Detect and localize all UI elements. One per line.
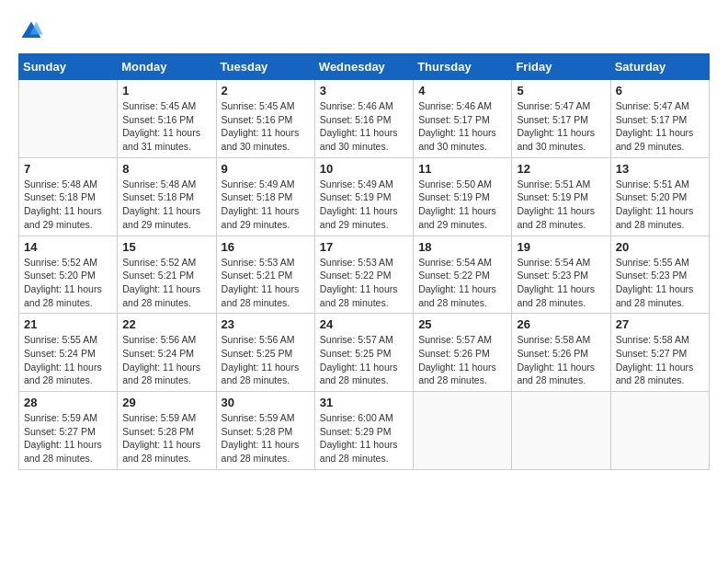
day-detail: Sunrise: 5:54 AMSunset: 5:22 PMDaylight:… <box>418 256 506 310</box>
day-number: 11 <box>418 162 506 176</box>
calendar-cell: 17Sunrise: 5:53 AMSunset: 5:22 PMDayligh… <box>314 236 413 314</box>
calendar-cell: 26Sunrise: 5:58 AMSunset: 5:26 PMDayligh… <box>512 314 610 392</box>
day-number: 18 <box>418 240 506 254</box>
day-number: 20 <box>616 240 704 254</box>
calendar-cell: 22Sunrise: 5:56 AMSunset: 5:24 PMDayligh… <box>118 314 216 392</box>
calendar-cell: 15Sunrise: 5:52 AMSunset: 5:21 PMDayligh… <box>118 236 216 314</box>
day-number: 24 <box>320 317 408 331</box>
calendar-cell: 13Sunrise: 5:51 AMSunset: 5:20 PMDayligh… <box>610 157 709 236</box>
calendar-cell: 3Sunrise: 5:46 AMSunset: 5:16 PMDaylight… <box>314 80 413 158</box>
calendar-cell: 28Sunrise: 5:59 AMSunset: 5:27 PMDayligh… <box>19 392 118 470</box>
day-number: 9 <box>222 162 310 176</box>
day-number: 8 <box>122 162 210 176</box>
day-detail: Sunrise: 5:50 AMSunset: 5:19 PMDaylight:… <box>418 178 506 232</box>
calendar-cell <box>610 392 709 470</box>
header-wednesday: Wednesday <box>314 54 413 80</box>
calendar-cell: 16Sunrise: 5:53 AMSunset: 5:21 PMDayligh… <box>216 236 314 314</box>
day-detail: Sunrise: 5:52 AMSunset: 5:21 PMDaylight:… <box>122 256 210 310</box>
day-number: 5 <box>517 84 605 98</box>
day-detail: Sunrise: 5:56 AMSunset: 5:25 PMDaylight:… <box>222 333 310 387</box>
calendar-cell: 24Sunrise: 5:57 AMSunset: 5:25 PMDayligh… <box>314 314 413 392</box>
day-number: 25 <box>418 317 506 331</box>
day-detail: Sunrise: 5:57 AMSunset: 5:26 PMDaylight:… <box>418 333 506 387</box>
day-detail: Sunrise: 5:45 AMSunset: 5:16 PMDaylight:… <box>122 99 210 154</box>
calendar-cell: 10Sunrise: 5:49 AMSunset: 5:19 PMDayligh… <box>314 157 413 236</box>
calendar-cell: 19Sunrise: 5:54 AMSunset: 5:23 PMDayligh… <box>512 236 610 314</box>
day-number: 3 <box>320 84 408 98</box>
day-detail: Sunrise: 5:59 AMSunset: 5:27 PMDaylight:… <box>24 411 112 465</box>
calendar-header-row: SundayMondayTuesdayWednesdayThursdayFrid… <box>19 54 710 80</box>
day-number: 31 <box>320 396 408 409</box>
day-number: 22 <box>122 317 210 331</box>
calendar-cell <box>19 80 118 158</box>
calendar: SundayMondayTuesdayWednesdayThursdayFrid… <box>18 53 710 470</box>
day-detail: Sunrise: 5:59 AMSunset: 5:28 PMDaylight:… <box>222 411 310 465</box>
calendar-cell: 5Sunrise: 5:47 AMSunset: 5:17 PMDaylight… <box>512 80 610 158</box>
calendar-cell: 23Sunrise: 5:56 AMSunset: 5:25 PMDayligh… <box>216 314 314 392</box>
day-number: 6 <box>616 84 704 98</box>
day-detail: Sunrise: 5:45 AMSunset: 5:16 PMDaylight:… <box>222 99 310 154</box>
calendar-cell: 4Sunrise: 5:46 AMSunset: 5:17 PMDaylight… <box>414 80 512 158</box>
day-number: 12 <box>517 162 605 176</box>
day-detail: Sunrise: 5:47 AMSunset: 5:17 PMDaylight:… <box>517 99 605 154</box>
day-detail: Sunrise: 5:53 AMSunset: 5:22 PMDaylight:… <box>320 256 408 310</box>
week-row-4: 21Sunrise: 5:55 AMSunset: 5:24 PMDayligh… <box>19 314 710 392</box>
day-detail: Sunrise: 5:58 AMSunset: 5:26 PMDaylight:… <box>517 333 605 387</box>
calendar-cell: 30Sunrise: 5:59 AMSunset: 5:28 PMDayligh… <box>216 392 314 470</box>
day-detail: Sunrise: 5:47 AMSunset: 5:17 PMDaylight:… <box>616 99 704 154</box>
day-number: 14 <box>24 240 112 254</box>
day-number: 23 <box>222 317 310 331</box>
day-number: 1 <box>122 84 210 98</box>
calendar-cell <box>512 392 610 470</box>
day-number: 16 <box>222 240 310 254</box>
day-detail: Sunrise: 5:52 AMSunset: 5:20 PMDaylight:… <box>24 256 112 310</box>
day-detail: Sunrise: 5:57 AMSunset: 5:25 PMDaylight:… <box>320 333 408 387</box>
day-detail: Sunrise: 5:48 AMSunset: 5:18 PMDaylight:… <box>122 178 210 232</box>
logo <box>18 18 48 44</box>
day-detail: Sunrise: 5:55 AMSunset: 5:23 PMDaylight:… <box>616 256 704 310</box>
day-number: 19 <box>517 240 605 254</box>
calendar-cell <box>414 392 512 470</box>
day-detail: Sunrise: 5:55 AMSunset: 5:24 PMDaylight:… <box>24 333 112 387</box>
header <box>18 18 710 44</box>
day-number: 30 <box>222 396 310 409</box>
week-row-2: 7Sunrise: 5:48 AMSunset: 5:18 PMDaylight… <box>19 157 710 236</box>
day-number: 2 <box>222 84 310 98</box>
day-number: 21 <box>24 317 112 331</box>
calendar-cell: 14Sunrise: 5:52 AMSunset: 5:20 PMDayligh… <box>19 236 118 314</box>
day-number: 4 <box>418 84 506 98</box>
day-detail: Sunrise: 5:49 AMSunset: 5:18 PMDaylight:… <box>222 178 310 232</box>
header-sunday: Sunday <box>19 54 118 80</box>
day-detail: Sunrise: 5:46 AMSunset: 5:17 PMDaylight:… <box>418 99 506 154</box>
calendar-cell: 6Sunrise: 5:47 AMSunset: 5:17 PMDaylight… <box>610 80 709 158</box>
week-row-1: 1Sunrise: 5:45 AMSunset: 5:16 PMDaylight… <box>19 80 710 158</box>
header-tuesday: Tuesday <box>216 54 314 80</box>
calendar-cell: 2Sunrise: 5:45 AMSunset: 5:16 PMDaylight… <box>216 80 314 158</box>
logo-icon <box>18 18 44 44</box>
day-detail: Sunrise: 5:46 AMSunset: 5:16 PMDaylight:… <box>320 99 408 154</box>
day-detail: Sunrise: 5:56 AMSunset: 5:24 PMDaylight:… <box>122 333 210 387</box>
day-number: 28 <box>24 396 112 409</box>
week-row-3: 14Sunrise: 5:52 AMSunset: 5:20 PMDayligh… <box>19 236 710 314</box>
calendar-cell: 25Sunrise: 5:57 AMSunset: 5:26 PMDayligh… <box>414 314 512 392</box>
day-detail: Sunrise: 5:48 AMSunset: 5:18 PMDaylight:… <box>24 178 112 232</box>
day-detail: Sunrise: 5:49 AMSunset: 5:19 PMDaylight:… <box>320 178 408 232</box>
day-detail: Sunrise: 5:51 AMSunset: 5:20 PMDaylight:… <box>616 178 704 232</box>
day-number: 29 <box>122 396 210 409</box>
calendar-cell: 1Sunrise: 5:45 AMSunset: 5:16 PMDaylight… <box>118 80 216 158</box>
day-number: 26 <box>517 317 605 331</box>
calendar-cell: 12Sunrise: 5:51 AMSunset: 5:19 PMDayligh… <box>512 157 610 236</box>
day-number: 10 <box>320 162 408 176</box>
header-friday: Friday <box>512 54 610 80</box>
day-detail: Sunrise: 6:00 AMSunset: 5:29 PMDaylight:… <box>320 411 408 465</box>
day-detail: Sunrise: 5:53 AMSunset: 5:21 PMDaylight:… <box>222 256 310 310</box>
header-monday: Monday <box>118 54 216 80</box>
day-detail: Sunrise: 5:54 AMSunset: 5:23 PMDaylight:… <box>517 256 605 310</box>
calendar-cell: 20Sunrise: 5:55 AMSunset: 5:23 PMDayligh… <box>610 236 709 314</box>
calendar-cell: 11Sunrise: 5:50 AMSunset: 5:19 PMDayligh… <box>414 157 512 236</box>
header-thursday: Thursday <box>414 54 512 80</box>
header-saturday: Saturday <box>610 54 709 80</box>
day-number: 15 <box>122 240 210 254</box>
day-number: 27 <box>616 317 704 331</box>
calendar-cell: 18Sunrise: 5:54 AMSunset: 5:22 PMDayligh… <box>414 236 512 314</box>
